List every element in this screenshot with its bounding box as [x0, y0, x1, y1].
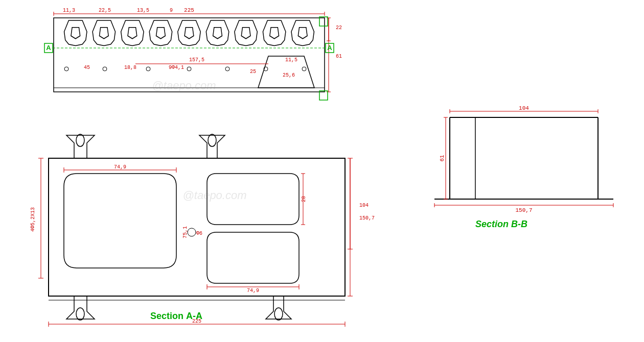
technical-drawing-canvas — [0, 0, 644, 342]
